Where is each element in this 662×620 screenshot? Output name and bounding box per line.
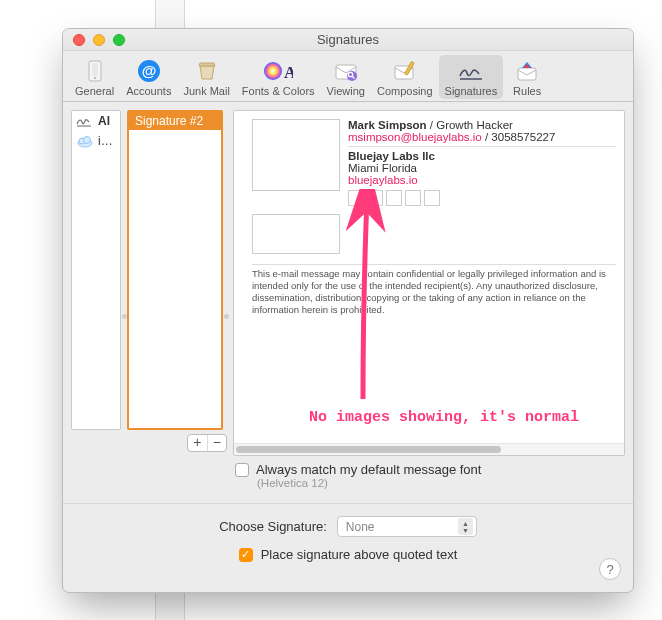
social-placeholder	[405, 190, 421, 206]
social-placeholder	[348, 190, 364, 206]
general-icon	[77, 57, 113, 85]
scrollbar-thumb[interactable]	[236, 446, 501, 453]
choose-signature-label: Choose Signature:	[219, 519, 327, 534]
sig-disclaimer: This e-mail message may contain confiden…	[252, 264, 616, 316]
chevron-updown-icon: ▲▼	[458, 518, 473, 535]
fonts-colors-icon: A	[260, 57, 296, 85]
account-label: i…	[98, 134, 113, 148]
accounts-list[interactable]: Al i…	[71, 110, 121, 430]
svg-point-2	[93, 77, 95, 79]
sig-location: Miami Florida	[348, 162, 616, 174]
tab-accounts[interactable]: @ Accounts	[120, 55, 177, 99]
sig-name: Mark Simpson	[348, 119, 427, 131]
place-above-checkbox[interactable]: ✓	[239, 548, 253, 562]
match-font-label: Always match my default message font	[256, 462, 481, 477]
junk-mail-icon	[189, 57, 225, 85]
tab-label: Accounts	[126, 85, 171, 97]
svg-point-18	[84, 137, 91, 144]
tab-label: Viewing	[327, 85, 365, 97]
sig-phone: 3058575227	[491, 131, 555, 143]
preferences-window: Signatures General @ Accounts Junk Mail	[62, 28, 634, 593]
signature-item-selected[interactable]: Signature #2	[129, 112, 221, 130]
font-hint: (Helvetica 12)	[233, 477, 625, 489]
tab-label: Rules	[513, 85, 541, 97]
account-item-all[interactable]: Al	[72, 111, 120, 131]
sig-role: Growth Hacker	[436, 119, 513, 131]
tab-label: Signatures	[445, 85, 498, 97]
remove-signature-button[interactable]: −	[208, 435, 227, 451]
tab-junk-mail[interactable]: Junk Mail	[177, 55, 235, 99]
signatures-icon	[453, 57, 489, 85]
composing-icon	[387, 57, 423, 85]
viewing-icon	[328, 57, 364, 85]
tab-label: Fonts & Colors	[242, 85, 315, 97]
toolbar: General @ Accounts Junk Mail A Fonts & C…	[63, 51, 633, 102]
accounts-icon: @	[131, 57, 167, 85]
svg-point-5	[264, 62, 282, 80]
sig-company: Bluejay Labs llc	[348, 150, 616, 162]
image-placeholder	[252, 214, 340, 254]
svg-rect-14	[518, 68, 536, 80]
signatures-list[interactable]: Signature #2	[127, 110, 223, 430]
image-placeholder	[252, 119, 340, 191]
match-font-checkbox[interactable]	[235, 463, 249, 477]
signature-preview[interactable]: Mark Simpson / Growth Hacker msimpson@bl…	[233, 110, 625, 456]
account-label: Al	[98, 114, 110, 128]
social-placeholder	[424, 190, 440, 206]
tab-rules[interactable]: Rules	[503, 55, 551, 99]
social-placeholder	[386, 190, 402, 206]
svg-rect-1	[92, 63, 98, 76]
tab-viewing[interactable]: Viewing	[321, 55, 371, 99]
rules-icon	[509, 57, 545, 85]
select-value: None	[346, 520, 375, 534]
signature-small-icon	[76, 114, 94, 128]
account-item-icloud[interactable]: i…	[72, 131, 120, 151]
tab-general[interactable]: General	[69, 55, 120, 99]
choose-signature-select[interactable]: None ▲▼	[337, 516, 477, 537]
tab-fonts-colors[interactable]: A Fonts & Colors	[236, 55, 321, 99]
tab-label: Junk Mail	[183, 85, 229, 97]
tab-label: Composing	[377, 85, 433, 97]
tab-composing[interactable]: Composing	[371, 55, 439, 99]
cloud-icon	[76, 134, 94, 148]
annotation-text: No images showing, it's normal	[309, 409, 579, 426]
place-above-label: Place signature above quoted text	[261, 547, 458, 562]
svg-text:@: @	[141, 62, 156, 79]
titlebar: Signatures	[63, 29, 633, 51]
sig-website: bluejaylabs.io	[348, 174, 616, 186]
svg-text:A: A	[284, 63, 293, 82]
social-icons-row	[348, 190, 616, 206]
add-signature-button[interactable]: +	[188, 435, 208, 451]
help-button[interactable]: ?	[599, 558, 621, 580]
tab-signatures[interactable]: Signatures	[439, 55, 504, 99]
social-placeholder	[367, 190, 383, 206]
sig-email: msimpson@bluejaylabs.io	[348, 131, 482, 143]
window-title: Signatures	[63, 32, 633, 47]
add-remove-control: + −	[187, 434, 227, 452]
tab-label: General	[75, 85, 114, 97]
horizontal-scrollbar[interactable]	[234, 443, 624, 455]
